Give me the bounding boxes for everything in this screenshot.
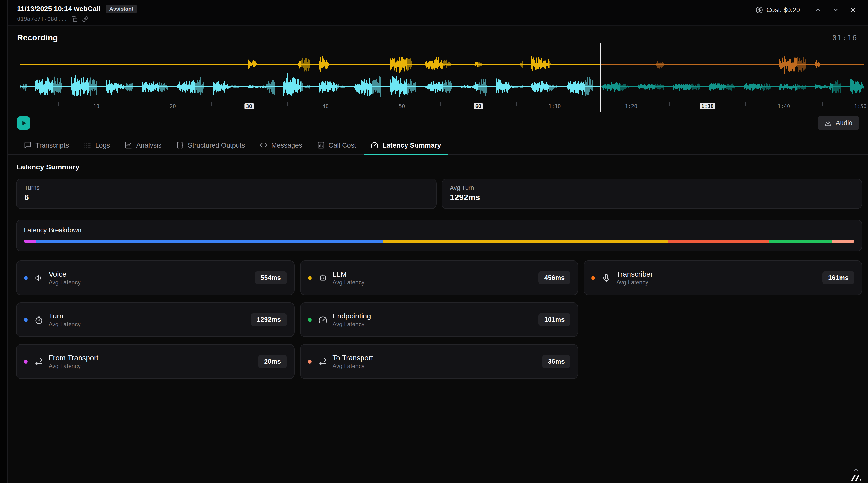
metric-sub: Avg Latency	[332, 363, 373, 370]
tab-latency-summary[interactable]: Latency Summary	[364, 136, 448, 154]
audio-button-label: Audio	[836, 119, 852, 126]
drawer-header: 11/13/2025 10:14 webCall Assistant 019a7…	[8, 0, 868, 26]
tab-label: Messages	[271, 141, 302, 149]
audio-download-button[interactable]: Audio	[818, 116, 859, 130]
breakdown-segment-endpointing	[769, 239, 832, 243]
voice-color-dot	[24, 276, 28, 280]
tab-structured-outputs[interactable]: Structured Outputs	[169, 136, 252, 154]
tab-label: Call Cost	[329, 141, 356, 149]
ruler-tick	[58, 102, 59, 106]
breakdown-segment-from-transport	[24, 239, 36, 243]
turn-color-dot	[24, 318, 28, 321]
mic-icon	[602, 274, 611, 282]
call-cost: Cost: $0.20	[756, 6, 800, 13]
metric-sub: Avg Latency	[332, 279, 365, 286]
ruler-tick	[134, 102, 135, 106]
metric-title: Transcriber	[616, 270, 653, 278]
stat-card-avg-turn: Avg Turn 1292ms	[441, 179, 862, 209]
call-id: 019a7c7f-080...	[17, 16, 68, 22]
ruler-label: 60	[474, 103, 483, 109]
metric-sub: Avg Latency	[49, 279, 81, 286]
metric-title: Endpointing	[332, 312, 371, 320]
metric-sub: Avg Latency	[332, 321, 371, 328]
tab-transcripts[interactable]: Transcripts	[17, 136, 75, 154]
metric-card-turn: TurnAvg Latency 1292ms	[16, 302, 294, 337]
endpointing-color-dot	[308, 318, 311, 321]
metric-value: 554ms	[254, 271, 287, 284]
circle-dollar-icon	[756, 6, 763, 13]
ruler-label: 30	[245, 103, 254, 109]
ruler-label: 1:50	[854, 103, 867, 109]
stat-value: 1292ms	[450, 193, 854, 203]
close-icon	[849, 6, 857, 13]
prev-call-button[interactable]	[812, 3, 824, 16]
call-identity: 11/13/2025 10:14 webCall Assistant 019a7…	[17, 3, 137, 22]
braces-icon	[176, 141, 184, 149]
tab-label: Latency Summary	[382, 141, 441, 149]
stat-label: Avg Turn	[450, 184, 854, 191]
metric-card-endpointing: EndpointingAvg Latency 101ms	[300, 302, 578, 337]
transcriber-color-dot	[592, 276, 595, 280]
metric-sub: Avg Latency	[49, 321, 81, 328]
ruler-label: 1:20	[625, 103, 637, 109]
ruler-tick	[822, 102, 823, 106]
recording-section: Recording 01:16 1020304050601:101:201:30…	[8, 26, 868, 136]
time-ruler[interactable]: 1020304050601:101:201:301:401:50	[20, 101, 864, 112]
tab-bar: Transcripts Logs Analysis Structured Out…	[8, 136, 868, 155]
tab-analysis[interactable]: Analysis	[118, 136, 168, 154]
waveform-canvas[interactable]	[20, 45, 864, 101]
latency-breakdown-bar	[24, 239, 855, 243]
arrows-icon	[34, 357, 43, 366]
copy-icon	[71, 16, 78, 22]
ruler-tick	[364, 102, 364, 106]
tab-messages[interactable]: Messages	[253, 136, 309, 154]
chevron-down-icon	[832, 6, 839, 13]
metric-card-to-transport: To TransportAvg Latency 36ms	[300, 344, 578, 379]
cost-label: Cost: $0.20	[766, 6, 800, 13]
metric-value: 456ms	[538, 271, 571, 284]
chevron-up-icon	[814, 6, 822, 13]
close-button[interactable]	[847, 3, 859, 16]
tab-call-cost[interactable]: Call Cost	[310, 136, 363, 154]
to-transport-color-dot	[308, 360, 311, 364]
metric-value: 161ms	[822, 271, 855, 284]
link-icon	[82, 16, 88, 22]
metric-value: 101ms	[538, 313, 571, 326]
assistant-badge: Assistant	[105, 5, 137, 13]
metric-title: LLM	[332, 270, 365, 278]
tab-logs[interactable]: Logs	[76, 136, 117, 154]
bot-icon	[318, 274, 327, 282]
metric-title: From Transport	[49, 353, 98, 362]
ruler-label: 50	[399, 103, 405, 109]
ruler-tick	[440, 102, 440, 106]
next-call-button[interactable]	[829, 3, 842, 16]
ruler-label: 1:30	[700, 103, 715, 109]
from-transport-color-dot	[24, 360, 28, 364]
vapi-logo	[850, 475, 862, 481]
metric-title: Turn	[49, 312, 81, 320]
play-button[interactable]	[17, 116, 30, 130]
ruler-label: 20	[170, 103, 176, 109]
metric-card-llm: LLMAvg Latency 456ms	[300, 260, 578, 295]
breakdown-segment-to-transport	[832, 239, 855, 243]
cost-chart-icon	[317, 141, 324, 149]
link-button[interactable]	[82, 16, 89, 22]
breakdown-segment-llm	[383, 239, 668, 243]
breakdown-title: Latency Breakdown	[24, 226, 855, 234]
playhead[interactable]	[600, 43, 601, 112]
metric-value: 20ms	[258, 355, 287, 368]
latency-breakdown-card: Latency Breakdown	[16, 220, 862, 251]
tab-label: Transcripts	[35, 141, 69, 149]
gauge-icon	[318, 315, 327, 324]
tab-label: Analysis	[136, 141, 161, 149]
line-chart-icon	[124, 141, 132, 149]
ruler-label: 40	[322, 103, 329, 109]
ruler-tick	[211, 102, 212, 106]
volume-icon	[34, 274, 43, 282]
call-title: 11/13/2025 10:14 webCall	[17, 5, 100, 13]
latency-summary-panel: Latency Summary Turns 6 Avg Turn 1292ms …	[8, 155, 868, 483]
breakdown-segment-transcriber	[668, 239, 769, 243]
scroll-top-chevron-icon[interactable]	[852, 466, 859, 473]
copy-id-button[interactable]	[71, 16, 78, 22]
chat-bubble-icon	[24, 141, 32, 149]
